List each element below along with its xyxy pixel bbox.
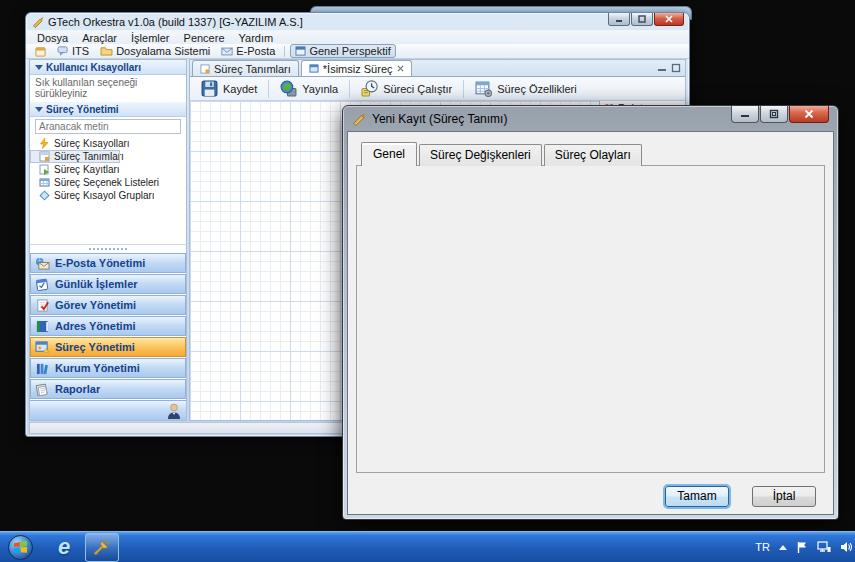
menu-islemler[interactable]: İşlemler (124, 31, 177, 45)
institution-icon (35, 362, 50, 375)
dialog-pen-icon (352, 112, 366, 126)
windows-logo-icon (14, 541, 27, 554)
user-avatar (167, 403, 181, 419)
tab-surec-tanimlari[interactable]: Süreç Tanımları (192, 60, 299, 76)
menu-dosya[interactable]: Dosya (30, 31, 75, 45)
page-icon (39, 151, 50, 162)
dialog-title: Yeni Kayıt (Süreç Tanımı) (372, 112, 507, 126)
new-item-icon (35, 46, 46, 57)
internet-explorer-button[interactable]: e (47, 533, 81, 562)
nav-eposta-yonetimi[interactable]: E-Posta Yönetimi (30, 253, 186, 273)
envelope-icon (221, 47, 233, 56)
tree-item-surec-tanimlari[interactable]: Süreç Tanımları (30, 150, 120, 163)
editor-toolbar: Kaydet Yayınla Süreci Çalıştır Süreç Öze… (190, 77, 685, 101)
editor-tab-row: Süreç Tanımları *İsimsiz Süreç (190, 60, 685, 77)
tree-item-surec-kisayollari[interactable]: Süreç Kısayolları (30, 137, 186, 150)
menu-araclar[interactable]: Araçlar (75, 31, 124, 45)
diamond-icon (39, 190, 50, 201)
process-window-icon (35, 341, 50, 354)
drag-hint-text: Sık kullanılan seçeneği sürükleyiniz (30, 75, 186, 102)
perspective-button[interactable]: Genel Perspektif (290, 44, 395, 58)
main-titlebar[interactable]: GTech Orkestra v1.0a (build 1337) [G-YAZ… (26, 13, 689, 30)
trumpet-icon (93, 538, 111, 556)
email-toolbar-button[interactable]: E-Posta (217, 44, 279, 58)
dialog-close-button[interactable] (789, 106, 829, 123)
dialog-tabs: Genel Süreç Değişkenleri Süreç Olayları (361, 144, 644, 166)
toolbar-separator (284, 46, 285, 57)
properties-table-icon (475, 80, 492, 97)
process-tree: Süreç Kısayolları Süreç Tanımları Süreç … (30, 137, 186, 202)
page-icon (200, 64, 210, 74)
nav-kurum-yonetimi[interactable]: Kurum Yönetimi (30, 358, 186, 378)
lightning-icon (39, 138, 50, 149)
daily-ops-icon (35, 278, 50, 291)
task-check-icon (35, 299, 50, 312)
network-icon[interactable] (817, 541, 831, 553)
save-button[interactable]: Kaydet (194, 78, 264, 99)
tab-genel[interactable]: Genel (361, 142, 417, 166)
collapse-arrow-icon (35, 107, 43, 112)
nav-raporlar[interactable]: Raporlar (30, 379, 186, 399)
menu-pencere[interactable]: Pencere (177, 31, 232, 45)
process-properties-button[interactable]: Süreç Özellikleri (468, 78, 583, 99)
tab-isimsiz-surec[interactable]: *İsimsiz Süreç (301, 60, 412, 76)
user-shortcuts-header[interactable]: Kullanıcı Kısayolları (30, 60, 186, 75)
show-hidden-icons[interactable] (779, 545, 787, 550)
app-pen-icon (32, 16, 44, 28)
window-icon (309, 64, 319, 73)
nav-gorev-yonetimi[interactable]: Görev Yönetimi (30, 295, 186, 315)
address-book-icon (35, 320, 50, 333)
internet-explorer-icon: e (58, 536, 70, 558)
filing-system-button[interactable]: Dosyalama Sistemi (96, 44, 214, 58)
tree-item-kisayol-gruplari[interactable]: Süreç Kısayol Grupları (30, 189, 186, 202)
tab-surec-olaylari[interactable]: Süreç Olayları (544, 144, 642, 166)
language-indicator[interactable]: TR (755, 541, 770, 553)
volume-icon[interactable] (840, 541, 853, 553)
reports-icon (35, 383, 50, 396)
nav-adres-yonetimi[interactable]: Adres Yönetimi (30, 316, 186, 336)
close-button[interactable] (654, 13, 684, 26)
minimize-button[interactable] (608, 13, 630, 26)
run-clock-icon (361, 80, 378, 97)
orkestra-app-button[interactable] (85, 533, 119, 562)
chat-bubble-icon (57, 46, 69, 56)
main-toolbar: ITS Dosyalama Sistemi E-Posta Genel Pers… (26, 44, 689, 59)
page-run-icon (39, 164, 50, 175)
tab-surec-degiskenleri[interactable]: Süreç Değişkenleri (419, 144, 542, 166)
collapse-arrow-icon (35, 65, 43, 70)
menu-bar: Dosya Araçlar İşlemler Pencere Yardım (26, 30, 689, 44)
toolbar-separator (349, 80, 350, 98)
maximize-view-icon[interactable] (671, 63, 681, 73)
new-item-button[interactable] (31, 44, 50, 58)
maximize-button[interactable] (631, 13, 653, 26)
perspective-icon (295, 46, 306, 56)
sidebar-footer (30, 400, 186, 420)
publish-button[interactable]: Yayınla (273, 78, 345, 99)
nav-gunluk-islemler[interactable]: Günlük İşlemler (30, 274, 186, 294)
dialog-maximize-button[interactable] (760, 106, 788, 123)
system-tray: TR (755, 541, 855, 554)
start-button[interactable] (8, 535, 33, 560)
dialog-titlebar[interactable]: Yeni Kayıt (Süreç Tanımı) (343, 106, 838, 131)
sidebar-splitter-handle[interactable] (30, 244, 186, 252)
dialog-body: Genel Süreç Değişkenleri Süreç Olayları … (347, 131, 834, 515)
search-input[interactable] (35, 119, 181, 134)
sidebar: Kullanıcı Kısayolları Sık kullanılan seç… (29, 59, 187, 421)
menu-yardim[interactable]: Yardım (232, 31, 281, 45)
nav-surec-yonetimi[interactable]: Süreç Yönetimi (30, 337, 186, 357)
toolbar-separator (268, 80, 269, 98)
process-management-header[interactable]: Süreç Yönetimi (30, 102, 186, 117)
close-tab-icon[interactable] (397, 65, 404, 72)
tree-item-secenek-listeleri[interactable]: Süreç Seçenek Listeleri (30, 176, 186, 189)
its-button[interactable]: ITS (53, 44, 93, 58)
dialog-minimize-button[interactable] (731, 106, 759, 123)
action-center-flag-icon[interactable] (796, 541, 808, 554)
publish-globe-icon (280, 80, 297, 97)
cancel-button[interactable]: İptal (752, 486, 816, 507)
taskbar: e TR (0, 531, 855, 562)
minimize-view-icon[interactable] (657, 63, 667, 73)
run-process-button[interactable]: Süreci Çalıştır (354, 78, 459, 99)
new-record-dialog: Yeni Kayıt (Süreç Tanımı) Genel Süreç De… (342, 105, 839, 520)
ok-button[interactable]: Tamam (665, 486, 729, 507)
tree-item-surec-kayitlari[interactable]: Süreç Kayıtları (30, 163, 186, 176)
